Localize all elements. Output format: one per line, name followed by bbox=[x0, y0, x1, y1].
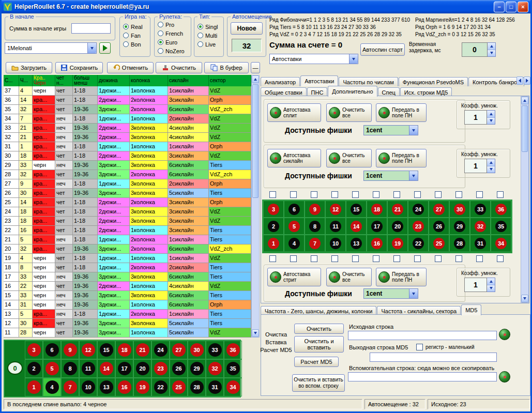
board-cell-11[interactable]: 11 bbox=[325, 218, 346, 235]
bet-checkbox[interactable] bbox=[373, 255, 379, 262]
board-cell-2[interactable]: 2 bbox=[263, 218, 284, 235]
undo-button[interactable]: Отменить bbox=[107, 62, 154, 73]
coef-spinbox[interactable]: 1 bbox=[464, 110, 495, 125]
tabs-scroll-left-icon[interactable] bbox=[516, 77, 523, 85]
tab-3[interactable]: Функционал PsevdoMS bbox=[399, 77, 468, 86]
spin-up-icon[interactable] bbox=[487, 278, 495, 285]
chips-combo[interactable]: 1cent bbox=[363, 125, 418, 135]
md5-clear-button[interactable]: Очистить bbox=[294, 324, 344, 334]
board-cell-6[interactable]: 6 bbox=[284, 201, 305, 218]
close-button[interactable]: × bbox=[518, 2, 528, 12]
md5-clear-paste-button[interactable]: Очистить и вставить bbox=[294, 336, 344, 353]
board-cell-10[interactable]: 10 bbox=[325, 235, 346, 252]
tab-2[interactable]: Дополнительно bbox=[328, 86, 377, 97]
board-cell-36[interactable]: 36 bbox=[491, 201, 511, 218]
history-row[interactable]: 3321кра...неч19-362дюжи...3колонка4сикла… bbox=[4, 124, 251, 133]
board-cell-27[interactable]: 27 bbox=[429, 201, 449, 218]
coef-spinbox[interactable]: 1 bbox=[464, 159, 495, 173]
transfer-button[interactable]: Передать в поле ПН bbox=[376, 268, 427, 286]
radio-French[interactable]: French bbox=[155, 29, 191, 38]
magic-ball-button[interactable] bbox=[499, 329, 510, 340]
bet-checkbox[interactable] bbox=[435, 255, 442, 262]
history-row[interactable]: 135кра...неч1-181дюжи...2колонка1сиклайн… bbox=[4, 310, 251, 319]
board-cell-34[interactable]: 34 bbox=[491, 235, 511, 252]
board-cell-30[interactable]: 30 bbox=[449, 201, 470, 218]
history-row[interactable]: 1230кра...чет19-363дюжи...3колонка5сикла… bbox=[4, 319, 251, 328]
board-cell-32[interactable]: 32 bbox=[470, 218, 491, 235]
board-cell-28[interactable]: 28 bbox=[449, 235, 470, 252]
radio-Real[interactable]: Real bbox=[120, 22, 150, 31]
register-checkbox[interactable] bbox=[416, 344, 423, 350]
board-cell-3[interactable]: 3 bbox=[263, 201, 284, 218]
md5-output-input[interactable] bbox=[370, 353, 497, 362]
board-cell-33[interactable]: 33 bbox=[470, 201, 491, 218]
bet-checkbox[interactable] bbox=[455, 255, 462, 262]
clear-all-button[interactable]: Очистить все bbox=[326, 103, 372, 122]
scroll-up-icon[interactable] bbox=[521, 97, 528, 104]
board-cell-4[interactable]: 4 bbox=[284, 235, 305, 252]
board-cell-26[interactable]: 26 bbox=[429, 218, 449, 235]
clear-all-button[interactable]: Очистить все bbox=[326, 268, 372, 286]
save-button[interactable]: Сохранить bbox=[55, 62, 103, 73]
bet-checkbox[interactable] bbox=[311, 191, 317, 198]
tab-1[interactable]: Автоставки bbox=[300, 75, 338, 86]
history-row[interactable]: 2514кра...чет1-182дюжи...2колонка3сиклай… bbox=[4, 198, 251, 207]
tab-2[interactable]: MD5 bbox=[461, 304, 481, 315]
chevron-down-icon[interactable] bbox=[409, 171, 418, 180]
history-row[interactable]: 2216кра...чет1-182дюжи...1колонка3сиклай… bbox=[4, 226, 251, 235]
autobet-split-button[interactable]: Автоставка сплит bbox=[267, 103, 321, 122]
scroll-up-icon[interactable] bbox=[252, 75, 259, 83]
transfer-button[interactable]: Передать в поле ПН bbox=[376, 149, 427, 167]
bet-checkbox[interactable] bbox=[331, 255, 338, 262]
radio-Fan[interactable]: Fan bbox=[120, 31, 150, 40]
board-cell-20[interactable]: 20 bbox=[387, 218, 408, 235]
clear-all-button[interactable]: Очистить все bbox=[326, 149, 372, 167]
spin-down-icon[interactable] bbox=[487, 166, 495, 173]
bet-checkbox[interactable] bbox=[393, 191, 400, 198]
spin-down-icon[interactable] bbox=[487, 118, 495, 125]
autospin-start-button[interactable]: Автоспин старт bbox=[360, 43, 405, 56]
history-row[interactable]: 3221кра...неч19-362дюжи...3колонка4сикла… bbox=[4, 133, 251, 142]
board-cell-12[interactable]: 12 bbox=[325, 201, 346, 218]
history-row[interactable]: 1733черннеч19-363дюжи...3колонка6сиклайн… bbox=[4, 272, 251, 282]
board-cell-16[interactable]: 16 bbox=[367, 235, 387, 252]
spin-up-icon[interactable] bbox=[487, 159, 495, 166]
md5-calc-button[interactable]: Расчет MD5 bbox=[294, 357, 339, 367]
autobet-street-button[interactable]: Автоставка стрит bbox=[267, 268, 321, 286]
spin-up-icon[interactable] bbox=[487, 111, 495, 118]
bet-checkbox[interactable] bbox=[497, 255, 504, 262]
scroll-down-icon[interactable] bbox=[252, 329, 259, 337]
history-row[interactable]: 3532кра...чет19-363дюжи...2колонка6сикла… bbox=[4, 105, 251, 114]
board-cell-31[interactable]: 31 bbox=[470, 235, 491, 252]
bet-checkbox[interactable] bbox=[331, 191, 338, 198]
maximize-button[interactable]: □ bbox=[506, 2, 516, 12]
md5-helper-input[interactable] bbox=[348, 372, 497, 381]
radio-Live[interactable]: Live bbox=[194, 40, 223, 49]
tab-0[interactable]: Анализатор bbox=[261, 77, 300, 86]
table-scrollbar[interactable] bbox=[251, 75, 260, 338]
magic-ball-button[interactable] bbox=[499, 371, 510, 383]
board-cell-19[interactable]: 19 bbox=[387, 235, 408, 252]
radio-Pro[interactable]: Pro bbox=[155, 20, 191, 29]
play-profile-button[interactable] bbox=[99, 42, 111, 54]
bet-checkbox[interactable] bbox=[352, 191, 359, 198]
board-cell-1[interactable]: 1 bbox=[263, 235, 284, 252]
chips-combo[interactable]: 1cent bbox=[363, 171, 418, 181]
history-row[interactable]: 2318кра...чет1-182дюжи...3колонка3сиклай… bbox=[4, 217, 251, 226]
history-row[interactable]: 194чернчет1-181дюжи...1колонка1сиклайнVd… bbox=[4, 254, 251, 263]
spin-up-icon[interactable] bbox=[488, 43, 495, 50]
history-row[interactable]: 2418кра...чет1-182дюжи...3колонка3сиклай… bbox=[4, 207, 251, 217]
history-row[interactable]: 311кра...неч1-181дюжи...1колонка1сиклайн… bbox=[4, 142, 251, 151]
board-cell-13[interactable]: 13 bbox=[346, 235, 367, 252]
bet-checkbox[interactable] bbox=[414, 255, 421, 262]
history-row[interactable]: 2032кра...чет19-363дюжи...2колонка6сикла… bbox=[4, 244, 251, 254]
autobets-combo[interactable]: Автоставки bbox=[269, 54, 358, 64]
history-row[interactable]: 1431черннеч19-363дюжи...1колонка6сиклайн… bbox=[4, 300, 251, 310]
minimize-button[interactable]: – bbox=[494, 2, 505, 12]
history-row[interactable]: 374чернчет1-181дюжи...1колонка1сиклайнVd… bbox=[4, 86, 251, 96]
scrollbar-thumb[interactable] bbox=[522, 105, 528, 152]
history-row[interactable]: 1128чернчет19-363дюжи...1колонка5сиклайн… bbox=[4, 328, 251, 338]
panel-scrollbar[interactable] bbox=[521, 96, 529, 303]
spin-down-icon[interactable] bbox=[487, 285, 495, 292]
board-cell-25[interactable]: 25 bbox=[429, 235, 449, 252]
